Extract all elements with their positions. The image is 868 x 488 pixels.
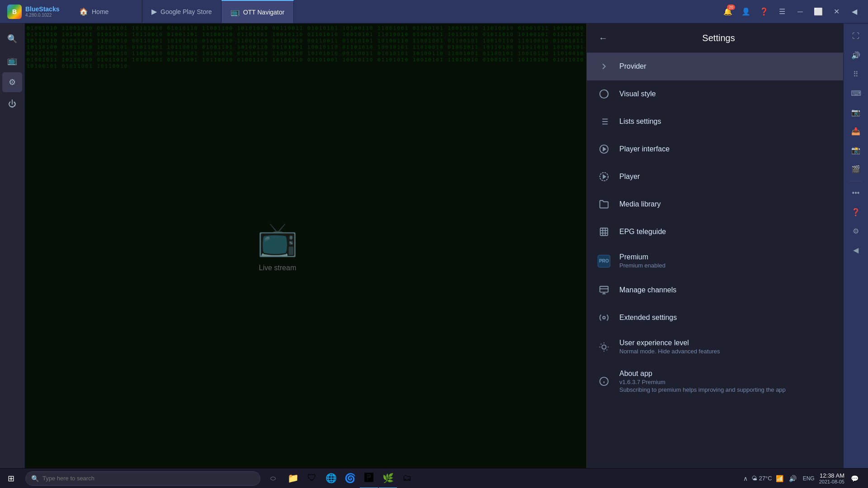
settings-item-premium[interactable]: PRO Premium Premium enabled xyxy=(587,246,843,277)
taskbar-bluestacks-tray[interactable]: 🌿 xyxy=(379,469,397,488)
sidebar-tv-button[interactable]: 📺 xyxy=(2,51,22,70)
start-button[interactable]: ⊞ xyxy=(0,469,22,488)
logo-text: BlueStacks 4.280.0.1022 xyxy=(25,5,59,18)
task-view-button[interactable]: ⬭ xyxy=(266,471,280,486)
right-sidebar: ⛶ 🔊 ⠿ ⌨ 📷 📥 📸 🎬 ••• ❓ ⚙ ◀ xyxy=(843,23,868,468)
taskbar-file-explorer[interactable]: 📁 xyxy=(284,469,302,488)
tv-icon: 📺 xyxy=(257,220,298,258)
tv-label: Live stream xyxy=(259,264,297,272)
logo-version: 4.280.0.1022 xyxy=(25,13,59,18)
screenshot-cam-button[interactable]: 📷 xyxy=(846,103,866,121)
notifications-button[interactable]: 🔔 20 xyxy=(720,4,736,20)
maximize-button[interactable]: ⬜ xyxy=(810,4,826,20)
titlebar: B BlueStacks 4.280.0.1022 🏠 Home ▶ Googl… xyxy=(0,0,868,23)
provider-icon xyxy=(598,60,610,73)
notification-area[interactable]: 💬 xyxy=(846,469,863,488)
svg-marker-8 xyxy=(603,147,606,150)
right-back-button[interactable]: ◀ xyxy=(846,241,866,259)
settings-item-epg[interactable]: EPG teleguide xyxy=(587,218,843,246)
media-library-label: Media library xyxy=(619,200,661,208)
taskbar-folder[interactable]: 🗂 xyxy=(398,469,416,488)
epg-text: EPG teleguide xyxy=(619,228,666,236)
minimize-button[interactable]: ─ xyxy=(792,4,808,20)
epg-label: EPG teleguide xyxy=(619,228,666,236)
extended-text: Extended settings xyxy=(619,314,677,322)
premium-sublabel: Premium enabled xyxy=(619,262,665,269)
svg-line-25 xyxy=(607,349,607,350)
visual-style-icon xyxy=(598,88,610,100)
settings-item-user-experience[interactable]: User experience level Normal mode. Hide … xyxy=(587,332,843,362)
manage-channels-label: Manage channels xyxy=(619,286,676,294)
keyboard-shortcut-button[interactable]: ⠿ xyxy=(846,65,866,83)
premium-text: Premium Premium enabled xyxy=(619,253,665,269)
extended-label: Extended settings xyxy=(619,314,677,322)
sidebar-settings-button[interactable]: ⚙ xyxy=(2,72,22,92)
screenshot-button[interactable]: 📸 xyxy=(846,141,866,159)
settings-item-about[interactable]: About app v1.6.3.7 Premium Subscribing t… xyxy=(587,362,843,401)
tv-placeholder: 📺 Live stream xyxy=(257,220,298,272)
right-help-button[interactable]: ❓ xyxy=(846,203,866,221)
lang-indicator: ENG xyxy=(800,475,817,482)
left-sidebar: 🔍 📺 ⚙ ⏻ xyxy=(0,23,25,468)
taskbar-edge[interactable]: 🌀 xyxy=(341,469,359,488)
tab-google-play[interactable]: ▶ Google Play Store xyxy=(142,0,222,23)
taskbar-right: ∧ 🌤 27°C 📶 🔊 ENG 12:38 AM 2021-08-05 💬 xyxy=(741,469,868,488)
player-label: Player xyxy=(619,173,640,181)
svg-point-21 xyxy=(602,345,606,349)
user-experience-label: User experience level xyxy=(619,339,720,347)
right-settings-button[interactable]: ⚙ xyxy=(846,222,866,240)
collapse-button[interactable]: ◀ xyxy=(846,4,863,20)
help-button[interactable]: ❓ xyxy=(756,4,772,20)
taskbar-chrome[interactable]: 🌐 xyxy=(322,469,340,488)
sidebar-search-button[interactable]: 🔍 xyxy=(2,29,22,49)
lists-label: Lists settings xyxy=(619,117,661,126)
tab-home[interactable]: 🏠 Home xyxy=(70,0,142,23)
about-text: About app v1.6.3.7 Premium Subscribing t… xyxy=(619,370,786,393)
settings-item-visual-style[interactable]: Visual style xyxy=(587,80,843,108)
search-input[interactable] xyxy=(42,475,255,482)
install-apk-button[interactable]: 📥 xyxy=(846,122,866,140)
taskbar-brave[interactable]: 🛡 xyxy=(303,469,321,488)
notifications-badge: 20 xyxy=(727,5,735,10)
weather-icon: 🌤 xyxy=(751,475,757,482)
svg-point-20 xyxy=(603,316,605,319)
sidebar-power-button[interactable]: ⏻ xyxy=(2,94,22,114)
about-version: v1.6.3.7 Premium xyxy=(619,379,786,385)
bluestacks-icon: B xyxy=(7,5,22,19)
record-button[interactable]: 🎬 xyxy=(846,160,866,178)
provider-label: Provider xyxy=(619,62,646,70)
chevron-up-icon[interactable]: ∧ xyxy=(741,475,750,482)
menu-button[interactable]: ☰ xyxy=(774,4,790,20)
pro-badge: PRO xyxy=(598,255,610,267)
tab-home-label: Home xyxy=(92,8,108,15)
settings-item-lists[interactable]: Lists settings xyxy=(587,108,843,136)
clock: 12:38 AM 2021-08-05 xyxy=(819,472,844,484)
settings-item-media-library[interactable]: Media library xyxy=(587,191,843,218)
lists-icon xyxy=(598,115,610,128)
tab-ott-navigator[interactable]: 📺 OTT Navigator xyxy=(222,0,294,23)
tab-bar: 🏠 Home ▶ Google Play Store 📺 OTT Navigat… xyxy=(70,0,714,23)
main-area: 🔍 📺 ⚙ ⏻ 01001010 11001010 00110101 10101… xyxy=(0,23,868,468)
taskbar-photoshop[interactable]: 🅿 xyxy=(360,469,378,488)
settings-item-provider[interactable]: Provider xyxy=(587,53,843,80)
fullscreen-button[interactable]: ⛶ xyxy=(846,27,866,45)
player-icon xyxy=(598,170,610,183)
search-bar[interactable]: 🔍 xyxy=(25,471,260,486)
about-sublabel: Subscribing to premium helps improving a… xyxy=(619,386,786,393)
settings-item-player[interactable]: Player xyxy=(587,163,843,191)
taskbar: ⊞ 🔍 ⬭ 📁 🛡 🌐 🌀 🅿 🌿 🗂 ∧ 🌤 27°C 📶 🔊 ENG 12:… xyxy=(0,468,868,488)
visual-style-text: Visual style xyxy=(619,90,656,98)
titlebar-controls: 🔔 20 👤 ❓ ☰ ─ ⬜ ✕ ◀ xyxy=(714,4,868,20)
app-viewport: 01001010 11001010 00110101 10101010 0101… xyxy=(25,23,586,468)
account-button[interactable]: 👤 xyxy=(738,4,754,20)
keyboard-button[interactable]: ⌨ xyxy=(846,84,866,102)
settings-item-player-interface[interactable]: Player interface xyxy=(587,136,843,163)
volume-sys-icon[interactable]: 🔊 xyxy=(787,475,798,482)
settings-title: Settings xyxy=(618,33,820,43)
volume-button[interactable]: 🔊 xyxy=(846,46,866,64)
settings-item-manage-channels[interactable]: Manage channels xyxy=(587,277,843,304)
settings-back-button[interactable]: ← xyxy=(596,31,610,45)
close-button[interactable]: ✕ xyxy=(828,4,844,20)
settings-item-extended[interactable]: Extended settings xyxy=(587,304,843,332)
more-button[interactable]: ••• xyxy=(846,184,866,202)
